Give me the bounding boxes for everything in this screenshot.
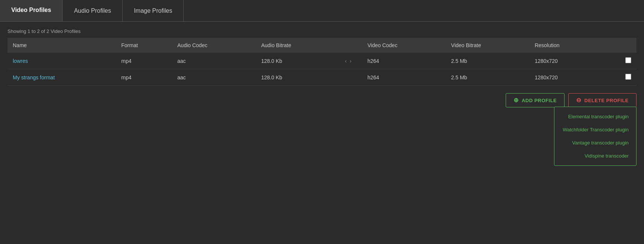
cell-audio-codec-0: aac — [172, 53, 256, 69]
col-header-video-codec: Video Codec — [362, 38, 446, 53]
col-header-format: Format — [116, 38, 172, 53]
delete-icon: ⊖ — [576, 97, 581, 103]
dropdown-item-1[interactable]: Watchfolder Transcoder plugin — [554, 123, 636, 136]
cell-video-codec-0: h264 — [362, 53, 446, 69]
row-select-checkbox-1[interactable] — [625, 74, 631, 80]
cell-arrows-1 — [340, 69, 362, 86]
profiles-table: Name Format Audio Codec Audio Bitrate Vi… — [7, 38, 637, 86]
col-header-select — [602, 38, 637, 53]
profiles-table-container: Name Format Audio Codec Audio Bitrate Vi… — [0, 38, 644, 86]
dropdown-item-2[interactable]: Vantage transcoder plugin — [554, 136, 636, 149]
cell-audio-bitrate-0: 128.0 Kb — [256, 53, 340, 69]
col-header-audio-bitrate: Audio Bitrate — [256, 38, 340, 53]
prev-arrow-0[interactable]: ‹ — [345, 58, 347, 64]
delete-profile-label: DELETE PROFILE — [584, 98, 629, 103]
cell-resolution-0: 1280x720 — [529, 53, 602, 69]
table-row: lowres mp4 aac 128.0 Kb ‹› h264 2.5 Mb 1… — [7, 53, 637, 69]
tab-bar: Video Profiles Audio Profiles Image Prof… — [0, 0, 644, 22]
add-icon: ⊕ — [514, 97, 519, 103]
cell-video-bitrate-0: 2.5 Mb — [446, 53, 529, 69]
col-header-name: Name — [7, 38, 116, 53]
cell-video-bitrate-1: 2.5 Mb — [446, 69, 529, 86]
profile-name-link-1[interactable]: My strangs format — [13, 74, 55, 80]
cell-format-0: mp4 — [116, 53, 172, 69]
col-header-resolution: Resolution — [529, 38, 602, 53]
cell-video-codec-1: h264 — [362, 69, 446, 86]
dropdown-item-3[interactable]: Vidispine transcoder — [554, 149, 636, 162]
next-arrow-0[interactable]: › — [350, 58, 352, 64]
tab-image-profiles[interactable]: Image Profiles — [123, 0, 184, 21]
dropdown-item-0[interactable]: Elemental transcoder plugin — [554, 110, 636, 123]
cell-audio-codec-1: aac — [172, 69, 256, 86]
cell-format-1: mp4 — [116, 69, 172, 86]
col-header-audio-codec: Audio Codec — [172, 38, 256, 53]
add-profile-label: ADD PROFILE — [522, 98, 557, 103]
cell-checkbox-1 — [602, 69, 637, 86]
delete-profile-button[interactable]: ⊖ DELETE PROFILE — [568, 93, 637, 107]
cell-resolution-1: 1280x720 — [529, 69, 602, 86]
tab-audio-profiles[interactable]: Audio Profiles — [63, 0, 123, 21]
actions-area: ⊕ ADD PROFILE ⊖ DELETE PROFILE Elemental… — [0, 86, 644, 107]
profile-name-link-0[interactable]: lowres — [13, 58, 28, 64]
col-header-arrows — [340, 38, 362, 53]
tab-video-profiles[interactable]: Video Profiles — [0, 0, 63, 21]
cell-checkbox-0 — [602, 53, 637, 69]
add-profile-button[interactable]: ⊕ ADD PROFILE — [506, 93, 565, 107]
row-select-checkbox-0[interactable] — [625, 57, 631, 63]
add-profile-dropdown: Elemental transcoder pluginWatchfolder T… — [554, 107, 637, 166]
cell-audio-bitrate-1: 128.0 Kb — [256, 69, 340, 86]
col-header-video-bitrate: Video Bitrate — [446, 38, 529, 53]
cell-arrows-0: ‹› — [340, 53, 362, 69]
cell-name-1: My strangs format — [7, 69, 116, 86]
cell-name-0: lowres — [7, 53, 116, 69]
results-subtitle: Showing 1 to 2 of 2 Video Profiles — [0, 22, 644, 38]
table-header-row: Name Format Audio Codec Audio Bitrate Vi… — [7, 38, 637, 53]
table-row: My strangs format mp4 aac 128.0 Kb h264 … — [7, 69, 637, 86]
